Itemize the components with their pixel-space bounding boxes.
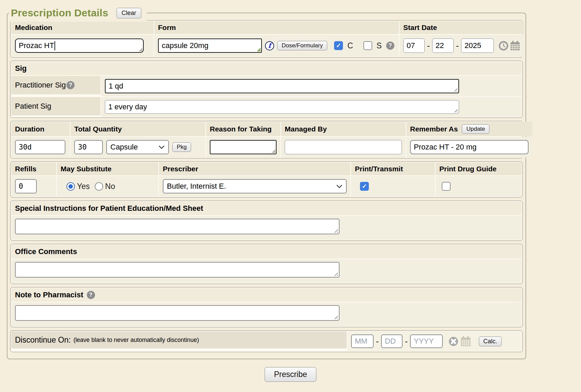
start-day-input[interactable]: 22 [432, 38, 454, 53]
start-year-input[interactable]: 2025 [461, 38, 494, 53]
may-substitute-header: May Substitute [57, 162, 158, 175]
resize-handle[interactable] [257, 48, 261, 51]
practitioner-sig-input[interactable]: 1 qd [105, 79, 459, 93]
clear-date-icon[interactable] [448, 336, 459, 347]
remember-as-cell: Prozac HT - 20 mg [406, 137, 532, 157]
prescriber-header: Prescriber [159, 162, 350, 175]
print-transmit-cell: ✓ [351, 176, 435, 197]
refills-section: Refills May Substitute Prescriber Print/… [10, 161, 523, 198]
refills-input[interactable]: 0 [15, 179, 37, 193]
prescription-details-panel: Prescription Details Clear Medication Fo… [7, 13, 526, 359]
discontinue-section: Discontinue On: (leave blank to never au… [10, 330, 523, 352]
resize-handle[interactable] [453, 87, 457, 92]
remember-as-input[interactable]: Prozac HT - 20 mg [410, 140, 529, 154]
office-comments-section: Office Comments [10, 244, 523, 284]
time-clock-icon[interactable] [499, 41, 508, 51]
discontinue-controls-cell: MM - DD - YYYY Calc. [347, 331, 522, 351]
chevron-down-icon [158, 145, 165, 149]
discontinue-calendar-icon[interactable] [460, 336, 471, 347]
print-drug-guide-header: Print Drug Guide [436, 162, 522, 175]
quantity-input[interactable]: 30 [74, 140, 103, 154]
quantity-cell: 30 Capsule Pkg [70, 137, 205, 157]
start-month-input[interactable]: 07 [403, 38, 425, 53]
start-date-calendar-icon[interactable] [510, 41, 520, 51]
print-transmit-header: Print/Transmit [351, 162, 435, 175]
resize-handle[interactable] [453, 108, 458, 112]
start-date-header: Start Date [399, 21, 524, 34]
patient-sig-label: Patient Sig [11, 97, 100, 115]
c-checkbox-label: C [347, 41, 353, 50]
resize-handle[interactable] [139, 48, 142, 51]
form-header: Form [154, 21, 399, 34]
resize-handle[interactable] [333, 271, 338, 276]
patient-sig-input[interactable]: 1 every day [105, 100, 459, 114]
note-to-pharmacist-textarea[interactable] [15, 305, 340, 321]
discontinue-hint: (leave blank to never automatically disc… [74, 336, 199, 344]
duration-cell: 30d [11, 137, 70, 157]
medication-cell: Prozac HT [11, 35, 154, 57]
special-instructions-section: Special Instructions for Patient Educati… [10, 201, 523, 241]
office-comments-textarea[interactable] [15, 262, 340, 278]
quantity-header: Total Quantity [70, 122, 205, 136]
pkg-button[interactable]: Pkg [172, 142, 191, 152]
update-button[interactable]: Update [462, 124, 489, 134]
discontinue-month-input[interactable]: MM [351, 334, 374, 348]
panel-legend: Prescription Details Clear [9, 4, 147, 22]
unit-select[interactable]: Capsule [106, 140, 169, 154]
office-comments-cell [11, 259, 522, 283]
date-separator: - [427, 41, 430, 50]
reason-header: Reason for Taking [206, 122, 280, 136]
chevron-down-icon [336, 184, 343, 188]
date-separator: - [376, 336, 379, 346]
substitute-no-radio[interactable] [95, 182, 103, 191]
note-to-pharmacist-header: Note to Pharmacist ? [11, 288, 522, 302]
prescribe-row: Prescribe [0, 367, 581, 382]
sig-section: Sig Practitioner Sig? 1 qd Patient Sig 1… [10, 61, 523, 118]
substitute-no-label: No [105, 182, 115, 191]
date-separator: - [405, 336, 408, 346]
start-date-cell: 07 - 22 - 2025 [399, 35, 524, 57]
s-checkbox-label: S [377, 41, 382, 50]
print-drug-guide-checkbox[interactable]: ✓ [442, 182, 451, 191]
practitioner-sig-label: Practitioner Sig? [11, 76, 100, 94]
reason-input[interactable] [210, 140, 277, 154]
print-transmit-checkbox[interactable]: ✓ [360, 182, 369, 191]
remember-as-header: Remember As Update [406, 122, 532, 136]
substitute-yes-radio[interactable] [66, 182, 75, 191]
cs-help-icon[interactable]: ? [386, 42, 394, 50]
discontinue-day-input[interactable]: DD [381, 334, 403, 348]
duration-input[interactable]: 30d [15, 140, 65, 154]
s-checkbox[interactable]: ✓ [363, 41, 372, 50]
substitute-yes-label: Yes [77, 182, 90, 191]
resize-handle[interactable] [333, 314, 338, 319]
dose-formulary-button[interactable]: Dose/Formulary [277, 41, 327, 50]
practitioner-sig-help-icon[interactable]: ? [66, 81, 75, 89]
c-checkbox[interactable]: ✓ [334, 41, 343, 50]
discontinue-label: Discontinue On: [15, 335, 71, 345]
pharmacist-note-help-icon[interactable]: ? [87, 291, 95, 299]
prescribe-button[interactable]: Prescribe [265, 367, 316, 382]
special-instructions-cell [11, 216, 522, 240]
duration-section: Duration Total Quantity Reason for Takin… [10, 121, 523, 158]
form-cell: capsule 20mg f Dose/Formulary ✓ C ✓ S ? [154, 35, 399, 57]
office-comments-header: Office Comments [11, 245, 522, 258]
clear-button[interactable]: Clear [116, 8, 141, 18]
form-input[interactable]: capsule 20mg [158, 38, 262, 53]
managed-by-cell [281, 137, 406, 157]
managed-by-header: Managed By [281, 122, 406, 136]
reason-cell [206, 137, 280, 157]
discontinue-year-input[interactable]: YYYY [410, 334, 443, 348]
resize-handle[interactable] [333, 228, 338, 233]
managed-by-input[interactable] [285, 140, 402, 154]
refills-header: Refills [11, 162, 56, 175]
practitioner-sig-cell: 1 qd [101, 76, 522, 96]
prescriber-select[interactable]: Butler, Internist E. [163, 179, 347, 193]
page-title: Prescription Details [11, 7, 108, 19]
special-instructions-textarea[interactable] [15, 219, 340, 234]
print-drug-guide-cell: ✓ [436, 176, 522, 197]
medication-input[interactable]: Prozac HT [15, 38, 144, 53]
calc-button[interactable]: Calc. [479, 336, 502, 346]
formulary-icon[interactable]: f [265, 41, 274, 50]
resize-handle[interactable] [271, 149, 275, 153]
patient-sig-cell: 1 every day [101, 97, 522, 117]
